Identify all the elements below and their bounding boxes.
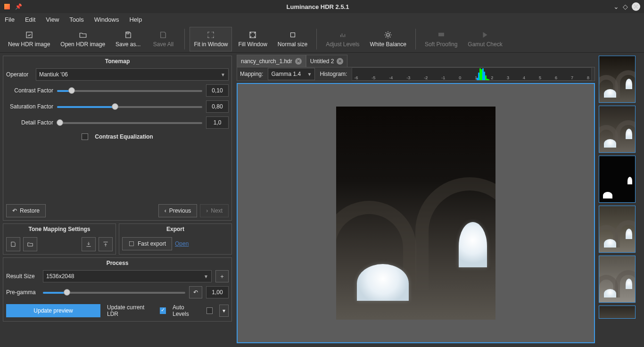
image-viewer[interactable] [237, 83, 595, 343]
histogram-label: Histogram: [320, 71, 347, 77]
pregamma-value[interactable]: 1,00 [206, 286, 229, 298]
gamut-check-button: Gamut Check [463, 27, 506, 51]
app-icon [4, 3, 10, 10]
restore-button[interactable]: ↶Restore [6, 204, 46, 217]
menubar: File Edit View Tools Windows Help [0, 13, 644, 25]
saturation-label: Saturation Factor [6, 103, 53, 110]
export-open-link[interactable]: Open [175, 240, 189, 247]
export-button[interactable] [99, 237, 113, 251]
contrast-eq-label: Contrast Equalization [95, 133, 153, 140]
contrast-slider[interactable] [57, 86, 202, 95]
svg-rect-6 [129, 241, 133, 246]
settings-panel: Tone Mapping Settings [3, 223, 116, 255]
pin-icon[interactable]: 📌 [15, 3, 22, 10]
chevron-down-icon: ▼ [204, 274, 208, 279]
detail-label: Detail Factor [6, 119, 53, 126]
result-size-select[interactable]: 1536x2048▼ [43, 270, 212, 282]
operator-select[interactable]: Mantiuk '06▼ [36, 68, 229, 81]
mapping-select[interactable]: Gamma 1.4▼ [268, 68, 315, 80]
menu-tools[interactable]: Tools [69, 16, 83, 23]
document-bar: Mapping: Gamma 1.4▼ Histogram: -6-5-4-3-… [237, 67, 595, 81]
chevron-left-icon: ‹ [165, 207, 166, 214]
minimize-icon[interactable]: ⌄ [613, 3, 619, 10]
histogram[interactable]: -6-5-4-3-2-1012345678 [352, 67, 592, 81]
tab-nancy-church[interactable]: nancy_church_1.hdr✕ [237, 55, 306, 67]
window-title: Luminance HDR 2.5.1 [22, 3, 613, 10]
svg-rect-1 [127, 32, 129, 34]
preview-list [597, 53, 644, 345]
add-size-button[interactable]: ＋ [215, 270, 229, 282]
hdr-image [336, 107, 495, 320]
saturation-slider[interactable] [57, 102, 202, 111]
previous-button[interactable]: ‹Previous [158, 204, 198, 217]
adjust-levels-button: Adjust Levels [322, 27, 363, 51]
normal-size-button[interactable]: Normal size [273, 27, 312, 51]
tonemap-title: Tonemap [3, 56, 231, 66]
contrast-value[interactable]: 0,10 [206, 84, 229, 97]
contrast-label: Contrast Factor [6, 87, 53, 94]
saturation-value[interactable]: 0,80 [206, 100, 229, 113]
settings-title: Tone Mapping Settings [3, 224, 116, 234]
preview-thumb[interactable] [599, 306, 636, 319]
fill-window-button[interactable]: Fill Window [234, 27, 271, 51]
tab-untitled[interactable]: Untitled 2✕ [306, 55, 348, 67]
soft-proofing-button: Soft Proofing [421, 27, 462, 51]
chevron-right-icon: › [206, 207, 208, 214]
new-hdr-button[interactable]: New HDR image [4, 27, 54, 51]
chevron-down-icon: ▼ [221, 72, 225, 77]
document-tabs: nancy_church_1.hdr✕ Untitled 2✕ [237, 55, 597, 67]
update-ldr-checkbox[interactable] [160, 307, 166, 314]
export-title: Export [119, 224, 231, 234]
result-size-label: Result Size [6, 273, 39, 280]
menu-windows[interactable]: Windows [94, 16, 119, 23]
maximize-icon[interactable]: ◇ [623, 3, 628, 10]
close-icon[interactable]: ✕ [632, 2, 640, 11]
menu-help[interactable]: Help [129, 16, 142, 23]
menu-view[interactable]: View [46, 16, 59, 23]
open-settings-button[interactable] [23, 237, 37, 251]
fast-export-button[interactable]: Fast export [122, 237, 172, 250]
detail-slider[interactable] [57, 118, 202, 127]
save-settings-button[interactable] [6, 237, 20, 251]
close-icon[interactable]: ✕ [295, 58, 302, 65]
chevron-down-icon: ▼ [307, 72, 312, 77]
close-icon[interactable]: ✕ [337, 58, 343, 65]
process-panel: Process Result Size 1536x2048▼ ＋ Pre-gam… [3, 257, 232, 322]
preview-thumb[interactable] [599, 56, 636, 103]
pregamma-slider[interactable] [43, 288, 185, 297]
svg-rect-5 [438, 33, 444, 37]
menu-file[interactable]: File [5, 16, 15, 23]
detail-value[interactable]: 1,0 [206, 116, 229, 129]
menu-edit[interactable]: Edit [25, 16, 35, 23]
open-hdr-button[interactable]: Open HDR image [56, 27, 109, 51]
fit-window-button[interactable]: Fit in Window [190, 27, 232, 51]
undo-icon: ↶ [12, 207, 17, 214]
process-title: Process [3, 258, 231, 268]
svg-rect-3 [290, 33, 295, 37]
preview-thumb[interactable] [599, 106, 636, 153]
update-ldr-label: Update current LDR [107, 304, 153, 317]
preview-thumb[interactable] [599, 156, 636, 203]
tonemap-panel: Tonemap Operator Mantiuk '06▼ Contrast F… [3, 56, 232, 221]
titlebar: 📌 Luminance HDR 2.5.1 ⌄ ◇ ✕ [0, 0, 644, 13]
operator-label: Operator [6, 71, 32, 78]
contrast-eq-checkbox[interactable] [82, 133, 88, 140]
toolbar: New HDR image Open HDR image Save as... … [0, 25, 644, 53]
reset-pregamma-button[interactable]: ↶ [189, 286, 202, 298]
save-as-button[interactable]: Save as... [111, 27, 145, 51]
import-button[interactable] [82, 237, 96, 251]
export-panel: Export Fast export Open [119, 223, 232, 255]
preview-thumb[interactable] [599, 206, 636, 253]
preview-thumb[interactable] [599, 256, 636, 303]
pregamma-label: Pre-gamma [6, 289, 39, 296]
auto-levels-label: Auto Levels [173, 304, 200, 317]
white-balance-button[interactable]: White Balance [366, 27, 411, 51]
update-preview-button[interactable]: Update preview [6, 304, 100, 317]
auto-levels-checkbox[interactable] [206, 307, 213, 314]
save-all-button: Save All [147, 27, 180, 51]
mapping-label: Mapping: [240, 71, 263, 77]
svg-point-4 [387, 33, 389, 36]
auto-levels-menu-button[interactable]: ▾ [219, 305, 229, 317]
next-button: ›Next [200, 204, 229, 217]
